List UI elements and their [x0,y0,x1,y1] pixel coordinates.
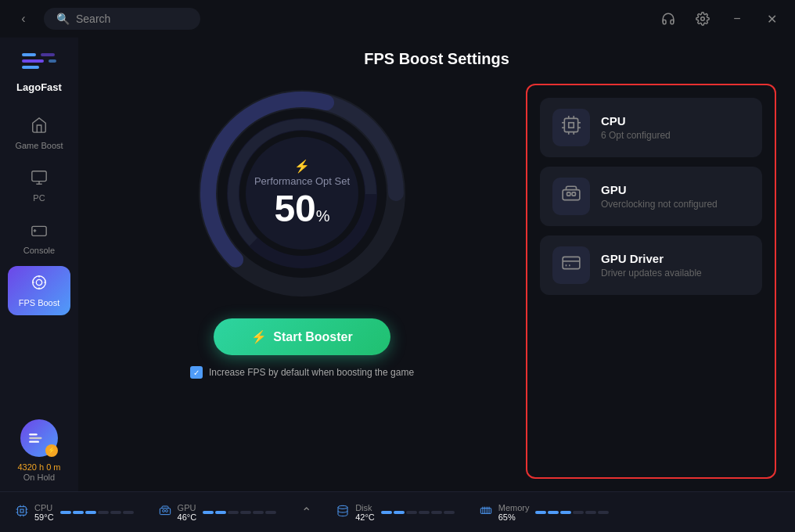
sidebar-bottom: ⚡ 4320 h 0 m On Hold [17,419,60,482]
sidebar-item-game-boost[interactable]: Game Boost [8,109,70,158]
status-disk-name: Disk [355,503,375,512]
minimize-button[interactable]: − [726,8,748,30]
gpu-card-info: GPU Overclocking not configured [601,183,750,210]
bar-seg [240,511,251,514]
status-cpu: CPU 59°C [16,503,134,522]
status-gpu-graph [203,511,276,514]
status-cpu-val: 59°C [34,512,54,522]
cpu-icon-wrap [552,109,590,146]
sidebar-item-pc[interactable]: PC [8,161,70,210]
sidebar-item-console[interactable]: Console [8,214,70,263]
close-button[interactable]: ✕ [761,8,782,30]
search-bar[interactable]: 🔍 Search [44,8,200,30]
bar-seg [419,511,430,514]
status-cpu-icon [16,505,28,520]
gpu-card[interactable]: GPU Overclocking not configured [540,167,762,226]
status-gpu-icon [159,505,171,520]
status-bar: CPU 59°C GPU 46°C [0,491,795,532]
cpu-card[interactable]: CPU 6 Opt configured [540,98,762,157]
svg-rect-5 [49,59,56,63]
gpu-icon-wrap [552,178,590,215]
bar-seg [573,511,584,514]
gpu-driver-card[interactable]: GPU Driver Driver updates available [540,235,762,295]
svg-rect-26 [569,123,574,128]
svg-rect-18 [29,440,39,442]
gpu-driver-card-title: GPU Driver [601,252,750,265]
sidebar-item-fps-boost[interactable]: FPS Boost [8,266,70,315]
bar-seg [98,511,109,514]
bar-seg [265,511,276,514]
svg-rect-55 [165,509,167,512]
svg-rect-43 [18,506,27,515]
bar-seg [560,511,571,514]
status-disk-graph [381,511,455,514]
status-memory-name: Memory [498,503,530,512]
sidebar-item-console-label: Console [23,246,55,255]
gauge-section: ⚡ Performance Opt Set 50% ⚡ Start Booste… [97,84,507,479]
user-avatar[interactable]: ⚡ [20,419,58,457]
svg-rect-38 [572,192,575,196]
user-time: 4320 h 0 m [17,462,60,473]
status-disk: Disk 42°C [336,503,455,522]
status-memory-val: 65% [498,512,530,522]
status-disk-info: Disk 42°C [355,503,375,522]
gpu-driver-icon [561,253,581,278]
status-gpu: GPU 46°C [159,503,277,522]
game-boost-icon [31,117,48,138]
support-button[interactable] [657,8,679,30]
bar-seg [123,511,134,514]
cards-section: CPU 6 Opt configured [526,84,776,479]
bar-seg [548,511,559,514]
expand-button[interactable]: ⌃ [301,505,311,519]
content-body: ⚡ Performance Opt Set 50% ⚡ Start Booste… [97,84,776,479]
bar-seg [585,511,596,514]
checkbox-row[interactable]: ✓ Increase FPS by default when boosting … [190,366,414,379]
svg-rect-16 [29,433,38,435]
status-cpu-info: CPU 59°C [34,503,54,522]
bar-seg [215,511,226,514]
fps-checkbox-label: Increase FPS by default when boosting th… [209,367,414,378]
gpu-icon [561,184,581,209]
gpu-card-title: GPU [601,183,750,196]
status-memory-graph [535,511,609,514]
status-memory-info: Memory 65% [498,503,530,522]
search-text: Search [76,13,110,25]
gauge-inner: ⚡ Performance Opt Set 50% [254,159,350,228]
fps-checkbox[interactable]: ✓ [190,366,203,379]
bar-seg [203,511,214,514]
gpu-driver-card-sub: Driver updates available [601,268,750,279]
svg-rect-4 [41,53,55,56]
gpu-driver-card-info: GPU Driver Driver updates available [601,252,750,279]
back-button[interactable]: ‹ [13,8,34,30]
cpu-card-info: CPU 6 Opt configured [601,114,750,141]
svg-point-11 [36,279,41,285]
gauge-label: Performance Opt Set [254,175,350,187]
status-gpu-name: GPU [178,503,197,512]
svg-rect-54 [162,509,164,512]
svg-rect-39 [563,257,580,268]
settings-button[interactable] [692,8,714,30]
status-cpu-name: CPU [34,503,54,512]
sidebar-item-pc-label: PC [33,193,45,203]
fps-boost-icon [31,274,48,295]
svg-rect-57 [480,508,491,513]
page-title: FPS Boost Settings [97,50,776,68]
boost-lightning-icon: ⚡ [251,329,267,344]
gauge-value-display: 50% [254,190,350,228]
svg-rect-25 [564,118,577,131]
logo: LagoFast [16,47,62,93]
status-disk-val: 42°C [355,512,375,522]
gauge-lightning-icon: ⚡ [254,159,350,174]
bar-seg [394,511,405,514]
boost-button-label: Start Booster [273,330,352,344]
bar-seg [253,511,264,514]
logo-text: LagoFast [16,81,62,93]
cpu-card-title: CPU [601,114,750,128]
start-booster-button[interactable]: ⚡ Start Booster [214,318,390,355]
status-memory: Memory 65% [480,503,610,522]
bar-seg [228,511,239,514]
title-bar-right: − ✕ [657,8,782,30]
main-layout: LagoFast Game Boost PC [0,38,795,491]
gpu-driver-icon-wrap [552,246,590,284]
svg-rect-2 [22,59,44,63]
